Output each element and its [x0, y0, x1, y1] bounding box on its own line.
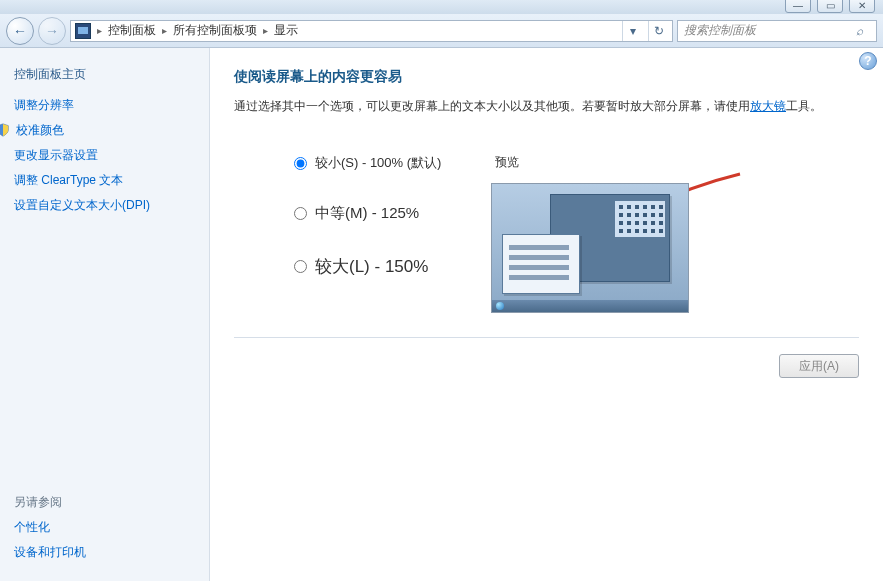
sidebar-link-calibrate-color[interactable]: 校准颜色 — [14, 122, 195, 139]
sidebar-link-display-settings[interactable]: 更改显示器设置 — [14, 147, 195, 164]
sidebar: 控制面板主页 调整分辨率 校准颜色 更改显示器设置 调整 ClearType 文… — [0, 48, 210, 581]
preview-image — [491, 183, 689, 313]
window-controls: — ▭ ✕ — [785, 0, 875, 13]
forward-button[interactable]: → — [38, 17, 66, 45]
sidebar-link-resolution[interactable]: 调整分辨率 — [14, 97, 195, 114]
breadcrumb-sep: ▸ — [162, 25, 167, 36]
apply-button[interactable]: 应用(A) — [779, 354, 859, 378]
address-bar[interactable]: ▸ 控制面板 ▸ 所有控制面板项 ▸ 显示 ▾ ↻ — [70, 20, 673, 42]
minimize-button[interactable]: — — [785, 0, 811, 13]
scale-label: 较小(S) - 100% (默认) — [315, 154, 441, 172]
see-also-devices-printers[interactable]: 设备和打印机 — [14, 544, 86, 561]
separator — [234, 337, 859, 338]
maximize-button[interactable]: ▭ — [817, 0, 843, 13]
breadcrumb-item[interactable]: 所有控制面板项 — [173, 22, 257, 39]
page-description: 通过选择其中一个选项，可以更改屏幕上的文本大小以及其他项。若要暂时放大部分屏幕，… — [234, 96, 859, 116]
desc-text-post: 工具。 — [786, 99, 822, 113]
breadcrumb-item[interactable]: 控制面板 — [108, 22, 156, 39]
page-title: 使阅读屏幕上的内容更容易 — [234, 68, 859, 86]
scale-label: 中等(M) - 125% — [315, 204, 419, 223]
scale-options: 较小(S) - 100% (默认) 中等(M) - 125% 较大(L) - 1… — [294, 154, 441, 313]
refresh-icon[interactable]: ↻ — [648, 21, 668, 41]
scale-radio-medium[interactable] — [294, 207, 307, 220]
scale-option-medium[interactable]: 中等(M) - 125% — [294, 204, 441, 223]
scale-radio-small[interactable] — [294, 157, 307, 170]
search-box[interactable]: 搜索控制面板 ⌕ — [677, 20, 877, 42]
back-button[interactable]: ← — [6, 17, 34, 45]
preview-taskbar-icon — [492, 300, 688, 312]
shield-icon — [0, 123, 10, 137]
see-also-section: 另请参阅 个性化 设备和打印机 — [14, 494, 86, 569]
sidebar-heading: 控制面板主页 — [14, 66, 195, 83]
scale-radio-large[interactable] — [294, 260, 307, 273]
preview-label: 预览 — [495, 154, 689, 171]
search-placeholder: 搜索控制面板 — [684, 22, 756, 39]
see-also-heading: 另请参阅 — [14, 494, 86, 511]
close-button[interactable]: ✕ — [849, 0, 875, 13]
help-icon[interactable]: ? — [859, 52, 877, 70]
magnifier-link[interactable]: 放大镜 — [750, 99, 786, 113]
breadcrumb-sep: ▸ — [97, 25, 102, 36]
breadcrumb-sep: ▸ — [263, 25, 268, 36]
window-titlebar: — ▭ ✕ — [0, 0, 883, 14]
sidebar-link-label: 校准颜色 — [16, 123, 64, 137]
scale-label: 较大(L) - 150% — [315, 255, 428, 278]
see-also-personalization[interactable]: 个性化 — [14, 519, 86, 536]
address-dropdown-icon[interactable]: ▾ — [622, 21, 642, 41]
breadcrumb-item[interactable]: 显示 — [274, 22, 298, 39]
navigation-bar: ← → ▸ 控制面板 ▸ 所有控制面板项 ▸ 显示 ▾ ↻ 搜索控制面板 ⌕ — [0, 14, 883, 48]
control-panel-icon — [75, 23, 91, 39]
scale-option-large[interactable]: 较大(L) - 150% — [294, 255, 441, 278]
search-icon[interactable]: ⌕ — [856, 24, 870, 38]
sidebar-link-custom-dpi[interactable]: 设置自定义文本大小(DPI) — [14, 197, 195, 214]
scale-option-small[interactable]: 较小(S) - 100% (默认) — [294, 154, 441, 172]
sidebar-link-cleartype[interactable]: 调整 ClearType 文本 — [14, 172, 195, 189]
preview-window-icon — [502, 234, 580, 294]
main-content: ? 使阅读屏幕上的内容更容易 通过选择其中一个选项，可以更改屏幕上的文本大小以及… — [210, 48, 883, 581]
desc-text-pre: 通过选择其中一个选项，可以更改屏幕上的文本大小以及其他项。若要暂时放大部分屏幕，… — [234, 99, 750, 113]
preview-section: 预览 — [491, 154, 689, 313]
